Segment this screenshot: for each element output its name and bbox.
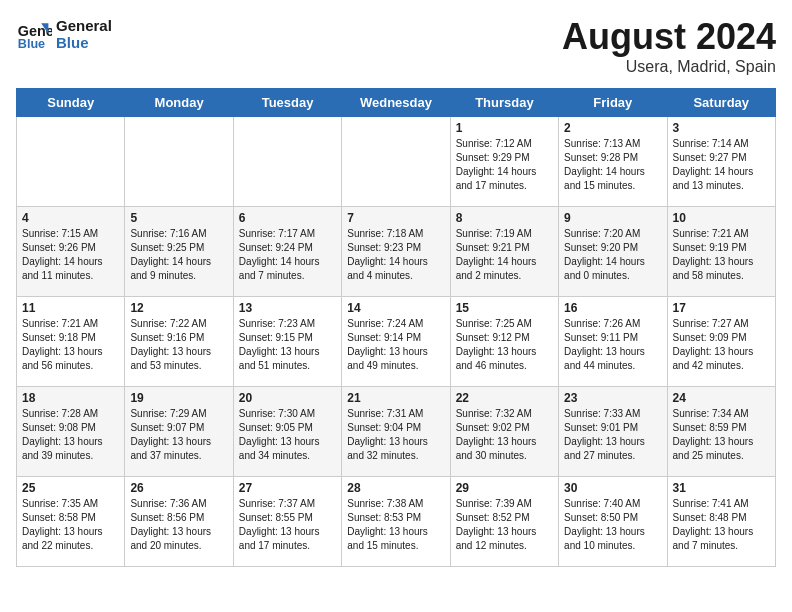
day-info: Sunrise: 7:37 AM Sunset: 8:55 PM Dayligh…: [239, 497, 336, 553]
day-number: 23: [564, 391, 661, 405]
day-number: 15: [456, 301, 553, 315]
day-info: Sunrise: 7:26 AM Sunset: 9:11 PM Dayligh…: [564, 317, 661, 373]
calendar-cell: 19Sunrise: 7:29 AM Sunset: 9:07 PM Dayli…: [125, 387, 233, 477]
calendar-week-row: 25Sunrise: 7:35 AM Sunset: 8:58 PM Dayli…: [17, 477, 776, 567]
calendar-cell: 10Sunrise: 7:21 AM Sunset: 9:19 PM Dayli…: [667, 207, 775, 297]
day-number: 9: [564, 211, 661, 225]
day-info: Sunrise: 7:15 AM Sunset: 9:26 PM Dayligh…: [22, 227, 119, 283]
calendar-cell: 25Sunrise: 7:35 AM Sunset: 8:58 PM Dayli…: [17, 477, 125, 567]
day-info: Sunrise: 7:16 AM Sunset: 9:25 PM Dayligh…: [130, 227, 227, 283]
calendar-week-row: 1Sunrise: 7:12 AM Sunset: 9:29 PM Daylig…: [17, 117, 776, 207]
day-info: Sunrise: 7:21 AM Sunset: 9:19 PM Dayligh…: [673, 227, 770, 283]
calendar-cell: 9Sunrise: 7:20 AM Sunset: 9:20 PM Daylig…: [559, 207, 667, 297]
weekday-header-monday: Monday: [125, 89, 233, 117]
day-number: 4: [22, 211, 119, 225]
day-number: 7: [347, 211, 444, 225]
calendar-cell: 11Sunrise: 7:21 AM Sunset: 9:18 PM Dayli…: [17, 297, 125, 387]
day-info: Sunrise: 7:27 AM Sunset: 9:09 PM Dayligh…: [673, 317, 770, 373]
logo: General Blue General Blue: [16, 16, 112, 52]
calendar-cell: [125, 117, 233, 207]
calendar-cell: 28Sunrise: 7:38 AM Sunset: 8:53 PM Dayli…: [342, 477, 450, 567]
calendar-cell: 30Sunrise: 7:40 AM Sunset: 8:50 PM Dayli…: [559, 477, 667, 567]
day-info: Sunrise: 7:23 AM Sunset: 9:15 PM Dayligh…: [239, 317, 336, 373]
calendar-cell: 12Sunrise: 7:22 AM Sunset: 9:16 PM Dayli…: [125, 297, 233, 387]
calendar-cell: 4Sunrise: 7:15 AM Sunset: 9:26 PM Daylig…: [17, 207, 125, 297]
day-info: Sunrise: 7:40 AM Sunset: 8:50 PM Dayligh…: [564, 497, 661, 553]
weekday-header-tuesday: Tuesday: [233, 89, 341, 117]
day-number: 18: [22, 391, 119, 405]
calendar-cell: 1Sunrise: 7:12 AM Sunset: 9:29 PM Daylig…: [450, 117, 558, 207]
calendar-cell: 31Sunrise: 7:41 AM Sunset: 8:48 PM Dayli…: [667, 477, 775, 567]
calendar-week-row: 4Sunrise: 7:15 AM Sunset: 9:26 PM Daylig…: [17, 207, 776, 297]
calendar-cell: 17Sunrise: 7:27 AM Sunset: 9:09 PM Dayli…: [667, 297, 775, 387]
day-number: 8: [456, 211, 553, 225]
day-number: 10: [673, 211, 770, 225]
calendar-cell: 26Sunrise: 7:36 AM Sunset: 8:56 PM Dayli…: [125, 477, 233, 567]
day-info: Sunrise: 7:20 AM Sunset: 9:20 PM Dayligh…: [564, 227, 661, 283]
calendar-cell: 18Sunrise: 7:28 AM Sunset: 9:08 PM Dayli…: [17, 387, 125, 477]
day-number: 21: [347, 391, 444, 405]
day-info: Sunrise: 7:30 AM Sunset: 9:05 PM Dayligh…: [239, 407, 336, 463]
calendar-cell: 29Sunrise: 7:39 AM Sunset: 8:52 PM Dayli…: [450, 477, 558, 567]
calendar-cell: 15Sunrise: 7:25 AM Sunset: 9:12 PM Dayli…: [450, 297, 558, 387]
day-number: 16: [564, 301, 661, 315]
day-info: Sunrise: 7:25 AM Sunset: 9:12 PM Dayligh…: [456, 317, 553, 373]
day-number: 5: [130, 211, 227, 225]
calendar-cell: 5Sunrise: 7:16 AM Sunset: 9:25 PM Daylig…: [125, 207, 233, 297]
weekday-header-friday: Friday: [559, 89, 667, 117]
day-info: Sunrise: 7:14 AM Sunset: 9:27 PM Dayligh…: [673, 137, 770, 193]
calendar-subtitle: Usera, Madrid, Spain: [562, 58, 776, 76]
day-number: 28: [347, 481, 444, 495]
calendar-cell: 14Sunrise: 7:24 AM Sunset: 9:14 PM Dayli…: [342, 297, 450, 387]
title-block: August 2024 Usera, Madrid, Spain: [562, 16, 776, 76]
day-info: Sunrise: 7:21 AM Sunset: 9:18 PM Dayligh…: [22, 317, 119, 373]
weekday-header-row: SundayMondayTuesdayWednesdayThursdayFrid…: [17, 89, 776, 117]
calendar-cell: 21Sunrise: 7:31 AM Sunset: 9:04 PM Dayli…: [342, 387, 450, 477]
calendar-table: SundayMondayTuesdayWednesdayThursdayFrid…: [16, 88, 776, 567]
weekday-header-sunday: Sunday: [17, 89, 125, 117]
calendar-cell: 2Sunrise: 7:13 AM Sunset: 9:28 PM Daylig…: [559, 117, 667, 207]
calendar-cell: 8Sunrise: 7:19 AM Sunset: 9:21 PM Daylig…: [450, 207, 558, 297]
day-info: Sunrise: 7:41 AM Sunset: 8:48 PM Dayligh…: [673, 497, 770, 553]
calendar-week-row: 18Sunrise: 7:28 AM Sunset: 9:08 PM Dayli…: [17, 387, 776, 477]
day-number: 14: [347, 301, 444, 315]
calendar-cell: [17, 117, 125, 207]
day-number: 29: [456, 481, 553, 495]
day-number: 25: [22, 481, 119, 495]
calendar-cell: 20Sunrise: 7:30 AM Sunset: 9:05 PM Dayli…: [233, 387, 341, 477]
day-number: 24: [673, 391, 770, 405]
calendar-cell: [342, 117, 450, 207]
weekday-header-thursday: Thursday: [450, 89, 558, 117]
calendar-cell: 23Sunrise: 7:33 AM Sunset: 9:01 PM Dayli…: [559, 387, 667, 477]
day-number: 3: [673, 121, 770, 135]
day-number: 13: [239, 301, 336, 315]
day-info: Sunrise: 7:28 AM Sunset: 9:08 PM Dayligh…: [22, 407, 119, 463]
calendar-cell: 7Sunrise: 7:18 AM Sunset: 9:23 PM Daylig…: [342, 207, 450, 297]
logo-icon: General Blue: [16, 16, 52, 52]
day-number: 20: [239, 391, 336, 405]
day-info: Sunrise: 7:33 AM Sunset: 9:01 PM Dayligh…: [564, 407, 661, 463]
day-number: 30: [564, 481, 661, 495]
svg-text:Blue: Blue: [18, 37, 45, 51]
day-number: 27: [239, 481, 336, 495]
calendar-cell: 27Sunrise: 7:37 AM Sunset: 8:55 PM Dayli…: [233, 477, 341, 567]
day-info: Sunrise: 7:18 AM Sunset: 9:23 PM Dayligh…: [347, 227, 444, 283]
day-info: Sunrise: 7:39 AM Sunset: 8:52 PM Dayligh…: [456, 497, 553, 553]
day-info: Sunrise: 7:19 AM Sunset: 9:21 PM Dayligh…: [456, 227, 553, 283]
day-info: Sunrise: 7:31 AM Sunset: 9:04 PM Dayligh…: [347, 407, 444, 463]
day-info: Sunrise: 7:12 AM Sunset: 9:29 PM Dayligh…: [456, 137, 553, 193]
day-number: 1: [456, 121, 553, 135]
day-info: Sunrise: 7:17 AM Sunset: 9:24 PM Dayligh…: [239, 227, 336, 283]
calendar-cell: 22Sunrise: 7:32 AM Sunset: 9:02 PM Dayli…: [450, 387, 558, 477]
page-header: General Blue General Blue August 2024 Us…: [16, 16, 776, 76]
day-info: Sunrise: 7:36 AM Sunset: 8:56 PM Dayligh…: [130, 497, 227, 553]
day-number: 17: [673, 301, 770, 315]
day-info: Sunrise: 7:24 AM Sunset: 9:14 PM Dayligh…: [347, 317, 444, 373]
day-number: 11: [22, 301, 119, 315]
day-number: 12: [130, 301, 227, 315]
calendar-cell: 6Sunrise: 7:17 AM Sunset: 9:24 PM Daylig…: [233, 207, 341, 297]
weekday-header-saturday: Saturday: [667, 89, 775, 117]
calendar-cell: 24Sunrise: 7:34 AM Sunset: 8:59 PM Dayli…: [667, 387, 775, 477]
day-info: Sunrise: 7:13 AM Sunset: 9:28 PM Dayligh…: [564, 137, 661, 193]
calendar-title: August 2024: [562, 16, 776, 58]
